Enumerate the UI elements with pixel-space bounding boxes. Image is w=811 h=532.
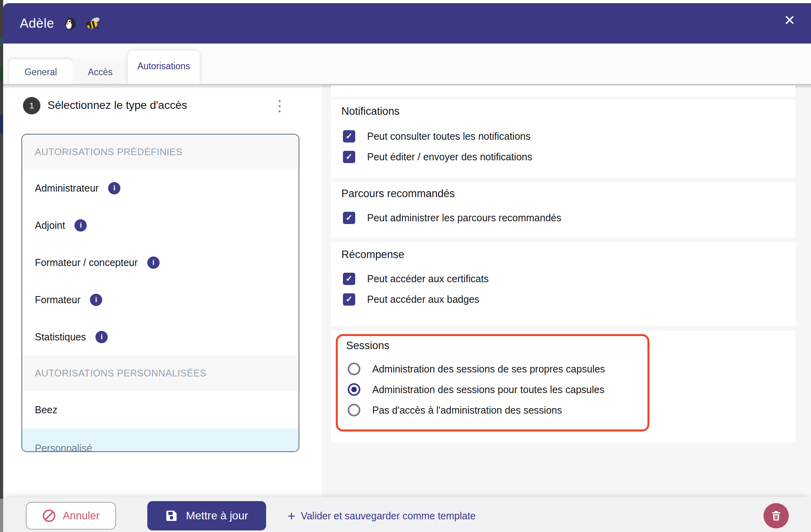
partial-card-top [331, 86, 795, 97]
checkbox-checked-icon[interactable]: ✓ [343, 130, 355, 142]
access-type-label: Personnalisé [35, 443, 92, 452]
tab-acces[interactable]: Accès [72, 59, 128, 84]
access-type-label: Administrateur [35, 182, 99, 194]
access-type-label: Formateur [35, 294, 80, 306]
background-page-sliver [0, 0, 3, 532]
cancel-button[interactable]: Annuler [26, 502, 116, 530]
access-type-adjoint[interactable]: Adjoint i [22, 207, 299, 244]
section-title: Récompense [341, 249, 404, 261]
section-sessions: Sessions Administration des sessions de … [331, 331, 795, 443]
cancel-button-label: Annuler [63, 510, 99, 522]
permission-label: Administration des sessions de ses propr… [372, 363, 605, 375]
access-type-beez[interactable]: Beez [22, 391, 299, 428]
section-notifications: Notifications ✓ Peut consulter toutes le… [331, 100, 795, 178]
checkbox-checked-icon[interactable]: ✓ [343, 212, 355, 224]
info-icon[interactable]: i [147, 256, 160, 269]
bee-emoji-icon [82, 15, 101, 31]
modal-title: Adèle [20, 16, 54, 31]
kebab-menu-icon[interactable]: ⋮ [272, 95, 287, 116]
permission-label: Administration des sessions pour toutes … [372, 384, 604, 395]
access-type-panel: AUTORISATIONS PRÉDÉFINIES Administrateur… [21, 134, 299, 452]
trash-icon [770, 510, 782, 522]
step-title: Sélectionnez le type d'accès [48, 99, 187, 112]
checkbox-checked-icon[interactable]: ✓ [343, 151, 355, 163]
close-icon[interactable]: × [779, 10, 800, 30]
section-parcours: Parcours recommandés ✓ Peut administrer … [331, 182, 795, 238]
group-header-predefined: AUTORISATIONS PRÉDÉFINIES [22, 135, 299, 169]
permission-label: Peut accéder aux badges [367, 294, 480, 305]
access-type-statistiques[interactable]: Statistiques i [22, 318, 299, 355]
access-type-label: Statistiques [35, 331, 86, 343]
update-button[interactable]: Mettre à jour [147, 501, 266, 530]
section-title: Sessions [346, 340, 390, 352]
radio-unselected[interactable] [348, 404, 360, 416]
access-type-formateur-concepteur[interactable]: Formateur / concepteur i [22, 244, 299, 281]
access-type-personnalise[interactable]: Personnalisé [22, 428, 299, 452]
info-icon[interactable]: i [95, 331, 108, 343]
penguin-emoji-icon [58, 16, 78, 31]
permissions-modal-screen: Adèle × General Accès Autorisations [0, 0, 811, 532]
plus-icon: + [287, 508, 295, 524]
prohibit-icon [42, 509, 56, 523]
permission-label: Peut administrer les parcours recommandé… [367, 212, 561, 224]
access-type-label: Adjoint [35, 220, 65, 231]
modal-top-strip [3, 0, 811, 3]
checkbox-checked-icon[interactable]: ✓ [343, 293, 355, 306]
update-button-label: Mettre à jour [186, 509, 248, 522]
delete-button[interactable] [763, 503, 789, 528]
save-as-template-link[interactable]: + Valider et sauvegarder comme template [287, 503, 476, 529]
section-title: Parcours recommandés [341, 188, 455, 200]
info-icon[interactable]: i [108, 182, 120, 194]
access-type-formateur[interactable]: Formateur i [22, 281, 299, 318]
section-recompense: Récompense ✓ Peut accéder aux certificat… [331, 242, 795, 326]
save-as-template-label: Valider et sauvegarder comme template [301, 510, 476, 522]
tab-autorisations[interactable]: Autorisations [128, 51, 200, 84]
access-type-label: Beez [35, 404, 57, 416]
section-title: Notifications [341, 105, 400, 118]
checkbox-checked-icon[interactable]: ✓ [343, 273, 355, 285]
permission-label: Peut éditer / envoyer des notifications [367, 151, 532, 163]
radio-selected[interactable] [348, 383, 360, 396]
permission-label: Peut consulter toutes les notifications [367, 131, 531, 142]
info-icon[interactable]: i [74, 219, 87, 232]
access-type-label: Formateur / concepteur [35, 257, 138, 268]
modal-header: Adèle [3, 3, 811, 44]
permission-label: Pas d'accès à l'administration des sessi… [372, 405, 562, 416]
step-number-badge: 1 [23, 97, 40, 114]
group-header-custom: AUTORISATIONS PERSONNALISÉES [22, 355, 299, 391]
tab-general[interactable]: General [9, 59, 72, 84]
permission-label: Peut accéder aux certificats [367, 273, 489, 285]
info-icon[interactable]: i [90, 294, 102, 306]
access-type-administrateur[interactable]: Administrateur i [22, 169, 299, 207]
radio-unselected[interactable] [348, 363, 360, 375]
save-floppy-icon [165, 509, 178, 522]
